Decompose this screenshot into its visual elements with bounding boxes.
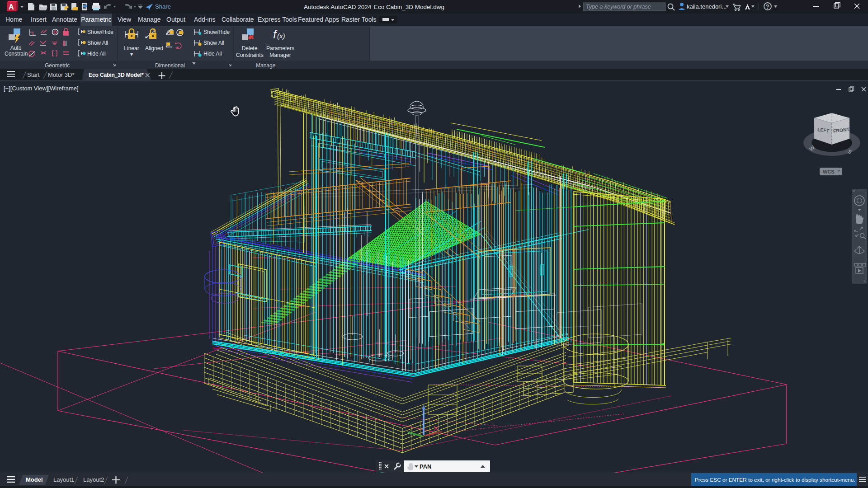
svg-text:Eco Cabin_3D Model.dwg: Eco Cabin_3D Model.dwg (374, 4, 444, 10)
svg-text:Autodesk AutoCAD 2024: Autodesk AutoCAD 2024 (304, 4, 372, 10)
svg-text:Share: Share (155, 3, 171, 10)
svg-text:Type a keyword or phrase: Type a keyword or phrase (586, 4, 651, 10)
svg-text:?: ? (766, 4, 769, 10)
svg-text:(x): (x) (277, 32, 285, 40)
svg-text:WCS: WCS (823, 169, 835, 174)
svg-text:kaila.tenedori...: kaila.tenedori... (687, 3, 726, 10)
svg-text:A: A (9, 3, 14, 11)
